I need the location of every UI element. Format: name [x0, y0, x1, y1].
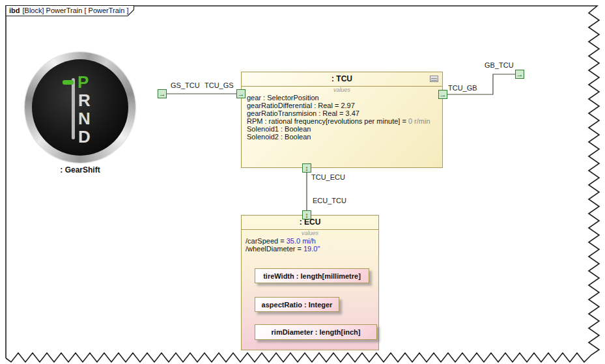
port-label-tcu-gb: TCU_GB	[448, 84, 477, 92]
ecu-value-wheel-diameter: /wheelDiameter = 19.0"	[242, 245, 378, 253]
shift-indicator	[63, 80, 74, 85]
diagram-frame-tab[interactable]: ibd[Block] PowerTrain [ PowerTrain ]	[9, 7, 129, 14]
flow-arrow-icon: →	[238, 90, 245, 98]
tcu-property-gear-ratio-differential: gearRatioDifferential : Real = 2.97	[242, 102, 442, 109]
gear-position-p: P	[77, 74, 89, 91]
port-label-ecu-tcu: ECU_TCU	[313, 197, 346, 204]
ecu-part-aspect-ratio[interactable]: aspectRatio : Integer	[255, 297, 339, 312]
gearshift-knob-face: P R N D	[32, 59, 128, 156]
port-label-tcu-gs: TCU_GS	[204, 81, 234, 89]
gear-position-r: R	[78, 92, 91, 109]
flow-arrow-icon: →	[159, 90, 166, 98]
ecu-block[interactable]: : ECU values /carSpeed = 35.0 mi/h /whee…	[241, 215, 379, 350]
tcu-title: : TCU	[331, 74, 352, 83]
tcu-property-solenoid1: Solenoid1 : Boolean	[242, 125, 442, 133]
flow-arrow-icon: ↕	[305, 211, 309, 219]
port-tcu-gs[interactable]: →	[236, 89, 246, 98]
gearshift-part[interactable]: P R N D : GearShift	[25, 52, 135, 175]
flow-arrow-icon: →	[516, 70, 524, 78]
tcu-header: : TCU	[242, 72, 442, 87]
tcu-values-compartment-label: values	[242, 87, 442, 94]
port-tcu-ecu[interactable]: ↕	[302, 163, 311, 173]
ecu-part-rim-diameter[interactable]: rimDiameter : length[inch]	[255, 324, 377, 340]
compartments-icon[interactable]	[430, 76, 438, 82]
port-label-tcu-ecu: TCU_ECU	[311, 173, 345, 181]
port-label-gb-tcu: GB_TCU	[485, 61, 514, 69]
flow-arrow-icon: →	[440, 91, 447, 98]
tcu-property-rpm: RPM : rational frequency[revolutions per…	[242, 117, 442, 125]
port-tcu-gb[interactable]: →	[438, 90, 447, 99]
port-gs-tcu[interactable]: →	[158, 89, 167, 98]
gearshift-label: : GearShift	[25, 165, 135, 175]
gear-position-n: N	[78, 110, 91, 127]
ecu-values-compartment-label: values	[242, 230, 378, 237]
ecu-value-car-speed: /carSpeed = 35.0 mi/h	[242, 237, 378, 245]
tcu-block[interactable]: : TCU values gear : SelectorPosition gea…	[241, 72, 443, 168]
diagram-kind: ibd	[9, 7, 20, 14]
port-gb-tcu[interactable]: →	[515, 70, 524, 79]
tcu-property-gear-ratio-transmission: gearRatioTransmision : Real = 3.47	[242, 109, 442, 117]
gear-position-d: D	[78, 128, 91, 145]
tcu-property-gear: gear : SelectorPosition	[242, 94, 442, 102]
diagram-title: [Block] PowerTrain [ PowerTrain ]	[23, 7, 129, 14]
gearshift-knob-image: P R N D	[25, 52, 135, 163]
tcu-property-solenoid2: Solenoid2 : Boolean	[242, 133, 442, 141]
shift-gate-track	[72, 78, 75, 139]
port-ecu-tcu[interactable]: ↕	[302, 210, 311, 219]
diagram-canvas: ibd[Block] PowerTrain [ PowerTrain ] P R…	[0, 0, 605, 364]
port-label-gs-tcu: GS_TCU	[171, 81, 200, 89]
ecu-part-tire-width[interactable]: tireWidth : length[millimetre]	[255, 268, 369, 283]
flow-arrow-icon: ↕	[305, 164, 309, 172]
